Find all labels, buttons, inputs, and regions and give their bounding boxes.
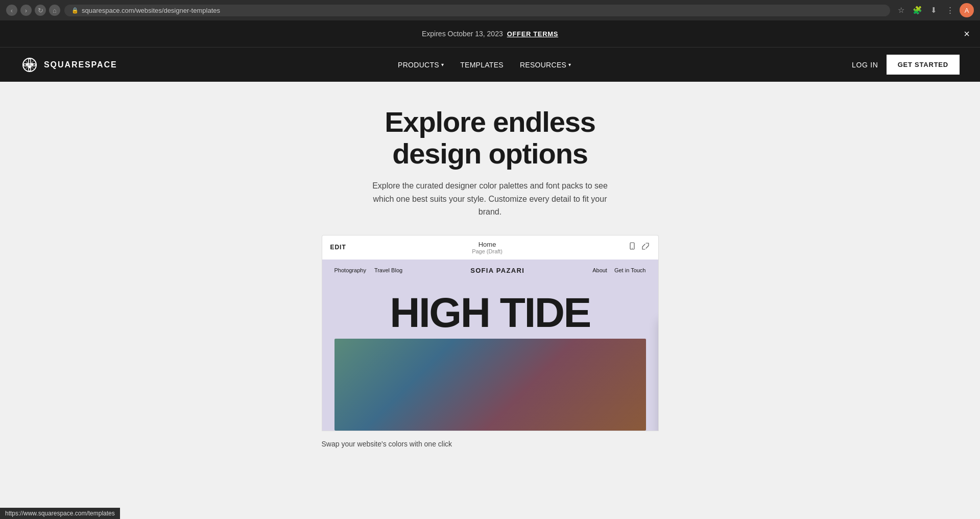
website-nav-photography: Photography [334, 267, 366, 273]
nav-resources[interactable]: RESOURCES ▾ [520, 61, 571, 69]
website-brand-name: SOFIA PAZARI [470, 267, 524, 274]
profile-button[interactable]: A [960, 3, 974, 17]
downloads-icon[interactable]: ⬇ [927, 4, 940, 17]
swap-text-section: Swap your website's colors with one clic… [322, 431, 659, 449]
website-nav-contact: Get in Touch [614, 267, 646, 273]
editor-view-buttons [628, 242, 650, 252]
logo[interactable]: SQUARESPACE [20, 56, 117, 74]
login-button[interactable]: LOG IN [852, 61, 878, 69]
home-button[interactable]: ⌂ [49, 5, 60, 16]
address-bar[interactable]: 🔒 squarespace.com/websites/designer-temp… [64, 5, 890, 16]
chevron-down-icon-resources: ▾ [568, 62, 571, 67]
menu-icon[interactable]: ⋮ [943, 4, 957, 17]
lock-icon: 🔒 [71, 7, 79, 14]
nav-templates[interactable]: TEMPLATES [460, 61, 504, 69]
back-button[interactable]: ‹ [6, 5, 17, 16]
editor-chrome: EDIT Home Page (Draft) [322, 235, 659, 260]
squarespace-logo-icon [20, 56, 39, 74]
hero-title: Explore endless design options [10, 106, 970, 169]
browser-nav-buttons: ‹ › ↻ ⌂ [6, 5, 60, 16]
preview-container: EDIT Home Page (Draft) [322, 235, 659, 431]
expand-icon [641, 242, 650, 250]
address-url: squarespace.com/websites/designer-templa… [82, 7, 220, 14]
website-preview: Photography Travel Blog SOFIA PAZARI Abo… [322, 260, 659, 431]
website-nav-blog: Travel Blog [374, 267, 402, 273]
refresh-button[interactable]: ↻ [35, 5, 46, 16]
website-hero-image [334, 339, 646, 431]
banner-close-button[interactable]: × [964, 29, 970, 39]
navbar: SQUARESPACE PRODUCTS ▾ TEMPLATES RESOURC… [0, 47, 980, 82]
mobile-icon [628, 242, 636, 250]
editor-page-name: Home [472, 241, 503, 248]
hero-section: Explore endless design options Explore t… [0, 82, 980, 461]
website-big-title: HIGH TIDE [334, 292, 646, 334]
website-nav-right: About Get in Touch [592, 267, 646, 273]
extensions-icon[interactable]: 🧩 [911, 4, 924, 17]
logo-text: SQUARESPACE [44, 60, 117, 69]
browser-chrome: ‹ › ↻ ⌂ 🔒 squarespace.com/websites/desig… [0, 0, 980, 20]
top-banner: Expires October 13, 2023 OFFER TERMS × [0, 20, 980, 47]
website-nav-left: Photography Travel Blog [334, 267, 403, 273]
website-navigation: Photography Travel Blog SOFIA PAZARI Abo… [322, 260, 658, 281]
nav-products[interactable]: PRODUCTS ▾ [398, 61, 444, 69]
banner-expires-text: Expires October 13, 2023 [422, 30, 503, 38]
website-hero-text: HIGH TIDE [322, 281, 658, 339]
navbar-actions: LOG IN GET STARTED [852, 55, 960, 75]
website-nav-about: About [592, 267, 607, 273]
get-started-button[interactable]: GET STARTED [887, 55, 960, 75]
hero-subtitle: Explore the curated designer color palet… [363, 179, 618, 219]
browser-actions: ☆ 🧩 ⬇ ⋮ A [894, 3, 974, 17]
edit-button[interactable]: EDIT [330, 244, 346, 251]
chevron-down-icon: ▾ [441, 62, 444, 67]
offer-terms-link[interactable]: OFFER TERMS [507, 30, 558, 38]
editor-page-info: Home Page (Draft) [472, 241, 503, 254]
forward-button[interactable]: › [20, 5, 32, 16]
swap-text-label: Swap your website's colors with one clic… [322, 440, 452, 448]
mobile-view-button[interactable] [628, 242, 636, 252]
banner-content: Expires October 13, 2023 OFFER TERMS [422, 30, 558, 38]
expand-view-button[interactable] [641, 242, 650, 252]
bookmark-icon[interactable]: ☆ [894, 4, 907, 17]
color-theme-panel: COLOR THEME Aa White Minimal Aa White Bo… [658, 318, 659, 431]
navbar-menu: PRODUCTS ▾ TEMPLATES RESOURCES ▾ [398, 61, 571, 69]
svg-point-3 [632, 248, 633, 249]
editor-page-draft: Page (Draft) [472, 248, 503, 254]
